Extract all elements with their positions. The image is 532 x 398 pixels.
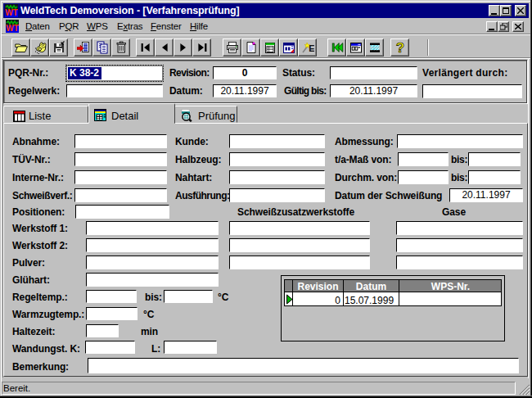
svg-text:WT: WT (5, 8, 18, 17)
svg-text:?: ? (396, 41, 404, 54)
svg-text:WT: WT (6, 24, 19, 33)
svg-text:E: E (309, 43, 314, 53)
